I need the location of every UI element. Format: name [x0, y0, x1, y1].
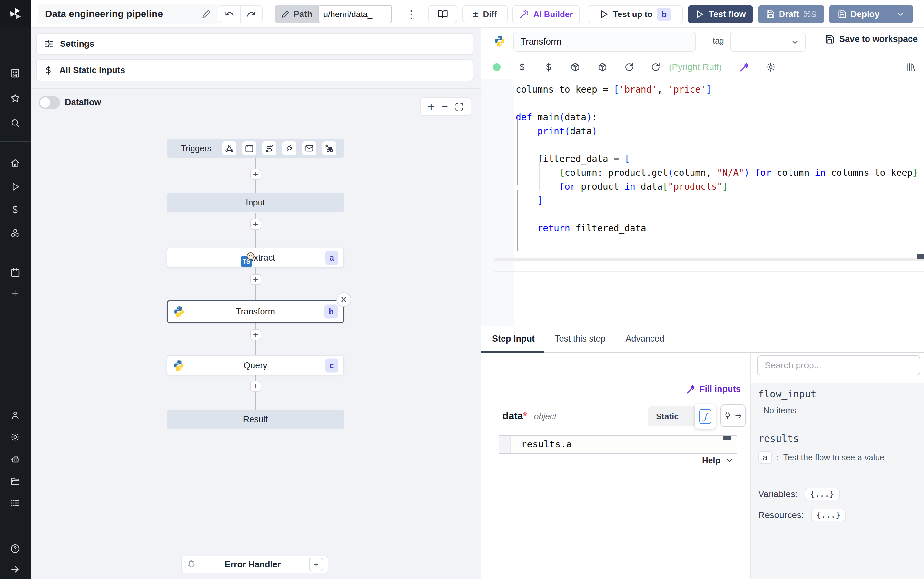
watch-jobs-trigger-button[interactable]: [322, 141, 336, 155]
undo-button[interactable]: [219, 6, 241, 23]
expression-scrollbar-thumb[interactable]: [723, 436, 731, 440]
sidebar-item-help[interactable]: [8, 541, 23, 556]
path-input[interactable]: [318, 5, 392, 23]
add-step-button[interactable]: +: [250, 274, 261, 285]
code-line[interactable]: {column: product.get(column, "N/A") for …: [516, 166, 918, 180]
test-up-to-step-badge[interactable]: b: [657, 8, 671, 21]
ai-builder-button[interactable]: AI Builder: [512, 5, 580, 23]
library-icon[interactable]: [906, 62, 916, 72]
add-error-handler-button[interactable]: +: [309, 558, 323, 571]
javascript-expression-toggle[interactable]: ƒ: [695, 404, 716, 429]
code-line[interactable]: [516, 208, 918, 221]
all-static-inputs-row[interactable]: All Static Inputs: [36, 59, 473, 81]
sidebar-item-logs[interactable]: [8, 496, 23, 510]
dollar-icon[interactable]: [518, 62, 527, 72]
code-line[interactable]: for product in data["products"]: [516, 180, 918, 193]
code-line[interactable]: columns_to_keep = ['brand', 'price']: [516, 83, 918, 96]
flow-result-node[interactable]: Result: [167, 410, 344, 429]
sidebar-item-workers[interactable]: [8, 452, 23, 467]
dollar-icon[interactable]: [544, 62, 553, 72]
ai-wand-icon[interactable]: [739, 62, 749, 72]
code-line[interactable]: [516, 96, 918, 110]
save-draft-button[interactable]: Draft ⌘S: [758, 5, 824, 23]
code-line[interactable]: filtered_data = [: [516, 152, 918, 166]
expression-value[interactable]: results.a: [511, 436, 572, 453]
test-up-to-button[interactable]: Test up to b: [588, 5, 683, 23]
transform-step-node-selected[interactable]: Transform b: [167, 300, 344, 323]
flow-settings-row[interactable]: Settings: [36, 33, 473, 55]
flow-input-section[interactable]: flow_input: [758, 388, 924, 400]
sidebar-item-favorites[interactable]: [8, 91, 23, 105]
connect-input-button[interactable]: [720, 404, 746, 427]
sidebar-item-settings[interactable]: [8, 430, 23, 445]
remove-step-button[interactable]: ✕: [336, 292, 351, 307]
flow-input-node[interactable]: Input: [167, 193, 344, 212]
static-toggle[interactable]: Static: [648, 406, 697, 427]
result-key-badge[interactable]: a: [758, 451, 772, 464]
add-step-button[interactable]: +: [250, 381, 261, 392]
triggers-node[interactable]: Triggers: [167, 139, 344, 158]
code-line[interactable]: return filtered_data: [516, 221, 918, 235]
save-to-workspace-button[interactable]: Save to workspace: [825, 34, 917, 44]
deploy-button[interactable]: Deploy: [832, 5, 885, 23]
error-handler-node[interactable]: Error Handler +: [181, 556, 328, 573]
windmill-logo[interactable]: [0, 0, 31, 28]
code-editor[interactable]: columns_to_keep = ['brand', 'price'] def…: [481, 79, 924, 326]
docs-button[interactable]: [428, 5, 457, 23]
search-prop-input[interactable]: [757, 355, 921, 375]
sidebar-item-more[interactable]: [8, 286, 23, 301]
test-flow-button[interactable]: Test flow: [688, 5, 753, 23]
result-item[interactable]: a : Test the flow to see a value: [758, 451, 924, 464]
fill-inputs-button[interactable]: Fill inputs: [685, 384, 741, 394]
results-section[interactable]: results: [758, 433, 924, 444]
sidebar-collapse-arrow[interactable]: [8, 562, 23, 577]
code-content[interactable]: columns_to_keep = ['brand', 'price'] def…: [516, 83, 918, 235]
editor-settings-gear-icon[interactable]: [766, 62, 776, 72]
code-line[interactable]: def main(data):: [516, 110, 918, 124]
diff-button[interactable]: ± Diff: [462, 5, 508, 23]
tab-test-this-step[interactable]: Test this step: [555, 334, 606, 352]
code-line[interactable]: ]: [516, 193, 918, 208]
resources-object-chip[interactable]: {...}: [811, 509, 846, 521]
help-expander[interactable]: Help: [702, 455, 734, 465]
query-step-node[interactable]: Query c: [167, 355, 344, 375]
refresh-icon[interactable]: [624, 62, 634, 72]
sidebar-item-workspace[interactable]: [8, 66, 23, 81]
dataflow-toggle[interactable]: [39, 96, 60, 109]
package-icon[interactable]: [597, 62, 607, 72]
deploy-dropdown-button[interactable]: [890, 5, 911, 23]
add-step-button[interactable]: +: [250, 329, 261, 340]
extract-step-node[interactable]: TS Extract a: [167, 248, 344, 268]
sidebar-item-resources[interactable]: [8, 226, 23, 240]
tab-step-input[interactable]: Step Input: [492, 334, 535, 352]
add-step-button[interactable]: +: [250, 219, 261, 230]
sidebar-item-variables[interactable]: [8, 202, 23, 217]
sidebar-item-folders[interactable]: [8, 474, 23, 489]
schedule-trigger-button[interactable]: [242, 141, 256, 155]
more-options-kebab-icon[interactable]: ⋮: [404, 5, 419, 23]
expression-input[interactable]: results.a: [499, 435, 737, 453]
fullscreen-icon[interactable]: [455, 102, 464, 111]
zoom-out-button[interactable]: −: [441, 100, 448, 114]
route-trigger-button[interactable]: [262, 141, 276, 155]
webhook-trigger-button[interactable]: [222, 141, 237, 155]
step-name-input[interactable]: [513, 32, 696, 52]
package-icon[interactable]: [570, 62, 581, 72]
sidebar-item-home[interactable]: [8, 155, 23, 170]
zoom-in-button[interactable]: +: [428, 100, 434, 114]
variables-object-chip[interactable]: {...}: [805, 488, 839, 500]
add-step-button[interactable]: +: [250, 169, 261, 180]
edit-title-pencil-icon[interactable]: [202, 9, 211, 19]
email-trigger-button[interactable]: [302, 141, 317, 155]
sidebar-item-runs[interactable]: [8, 179, 23, 194]
path-edit-button[interactable]: Path: [275, 5, 319, 23]
sidebar-item-schedules[interactable]: [8, 265, 23, 280]
editor-scrollbar-thumb[interactable]: [917, 254, 924, 259]
tab-advanced[interactable]: Advanced: [626, 334, 664, 352]
sidebar-item-users[interactable]: [8, 408, 23, 422]
code-line[interactable]: [516, 138, 918, 152]
websocket-trigger-button[interactable]: [282, 141, 296, 155]
refresh-icon[interactable]: [651, 62, 661, 72]
tag-select[interactable]: [730, 32, 806, 52]
redo-button[interactable]: [241, 6, 262, 23]
